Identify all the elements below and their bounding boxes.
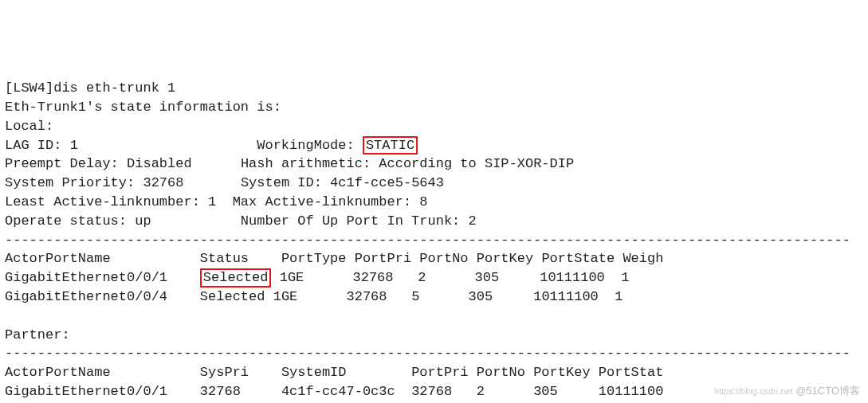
hash-value: According to SIP-XOR-DIP bbox=[379, 156, 574, 171]
numup-value: 2 bbox=[469, 213, 477, 229]
pcol-portpri: PortPri bbox=[411, 365, 468, 380]
local-label: Local: bbox=[5, 119, 53, 134]
col-actorportname: ActorPortName bbox=[5, 251, 111, 266]
prow-portno: 2 bbox=[477, 384, 485, 399]
pcol-systemid: SystemID bbox=[281, 365, 347, 380]
row-portstate: 10111100 bbox=[533, 289, 599, 304]
col-portpri: PortPri bbox=[355, 251, 411, 266]
row-portno: 2 bbox=[418, 270, 426, 285]
command-text: dis eth-trunk 1 bbox=[53, 80, 175, 96]
pcol-portkey: PortKey bbox=[533, 365, 590, 380]
watermark-text: @51CTO博客 bbox=[795, 385, 860, 397]
prow-portpri: 32768 bbox=[411, 384, 452, 399]
row-portno: 5 bbox=[411, 289, 419, 304]
working-mode-value: STATIC bbox=[363, 136, 418, 155]
prompt: [LSW4] bbox=[5, 80, 53, 96]
prow-syspri: 32768 bbox=[200, 384, 241, 399]
preempt-value: Disabled bbox=[127, 156, 192, 171]
row-portkey: 305 bbox=[469, 289, 493, 304]
watermark: https://blog.csdn.net @51CTO博客 bbox=[714, 384, 860, 398]
leastactive-label: Least Active-linknumber: bbox=[5, 194, 200, 209]
hash-label: Hash arithmetic: bbox=[241, 156, 371, 171]
row-porttype: 1GE bbox=[273, 289, 298, 304]
preempt-label: Preempt Delay: bbox=[5, 156, 119, 171]
divider: ----------------------------------------… bbox=[5, 346, 850, 361]
maxactive-value: 8 bbox=[419, 194, 427, 209]
operstatus-value: up bbox=[135, 213, 151, 229]
row-weight: 1 bbox=[621, 270, 629, 285]
lag-id-label: LAG ID: bbox=[5, 138, 61, 153]
row-portpri: 32768 bbox=[347, 289, 387, 304]
row-status: Selected bbox=[200, 268, 272, 288]
col-status: Status bbox=[200, 251, 249, 266]
partner-label: Partner: bbox=[5, 327, 70, 342]
pcol-portstat: PortStat bbox=[599, 365, 664, 380]
prow-port: GigabitEthernet0/0/1 bbox=[5, 384, 167, 399]
divider: ----------------------------------------… bbox=[5, 233, 850, 248]
prow-systemid: 4c1f-cc47-0c3c bbox=[281, 384, 395, 399]
working-mode-label: WorkingMode: bbox=[257, 138, 354, 153]
col-portstate: PortState bbox=[541, 251, 615, 266]
prow-portstat: 10111100 bbox=[599, 384, 664, 399]
col-portkey: PortKey bbox=[477, 251, 533, 266]
state-title: Eth-Trunk1's state information is: bbox=[5, 100, 281, 115]
lag-id-value: 1 bbox=[70, 138, 78, 153]
row-porttype: 1GE bbox=[280, 270, 304, 285]
row-port: GigabitEthernet0/0/4 bbox=[5, 289, 167, 304]
sysid-value: 4c1f-cce5-5643 bbox=[330, 175, 444, 190]
operstatus-label: Operate status: bbox=[5, 213, 127, 229]
maxactive-label: Max Active-linknumber: bbox=[233, 194, 411, 209]
prow-portkey: 305 bbox=[533, 384, 558, 399]
syspri-value: 32768 bbox=[143, 175, 183, 190]
row-port: GigabitEthernet0/0/1 bbox=[5, 270, 167, 285]
syspri-label: System Priority: bbox=[5, 175, 135, 190]
col-porttype: PortType bbox=[281, 251, 347, 266]
row-weight: 1 bbox=[615, 289, 623, 304]
row-status: Selected bbox=[200, 289, 265, 304]
pcol-portno: PortNo bbox=[477, 365, 525, 380]
row-portpri: 32768 bbox=[353, 270, 394, 285]
row-portkey: 305 bbox=[475, 270, 500, 285]
leastactive-value: 1 bbox=[208, 194, 216, 209]
pcol-actorportname: ActorPortName bbox=[5, 365, 111, 380]
col-portno: PortNo bbox=[419, 251, 468, 266]
pcol-syspri: SysPri bbox=[200, 365, 249, 380]
terminal-output: [LSW4]dis eth-trunk 1 Eth-Trunk1's state… bbox=[5, 79, 863, 403]
sysid-label: System ID: bbox=[241, 175, 322, 190]
watermark-url: https://blog.csdn.net bbox=[714, 386, 792, 396]
numup-label: Number Of Up Port In Trunk: bbox=[241, 213, 460, 229]
col-weight: Weigh bbox=[623, 251, 663, 266]
row-portstate: 10111100 bbox=[540, 270, 605, 285]
